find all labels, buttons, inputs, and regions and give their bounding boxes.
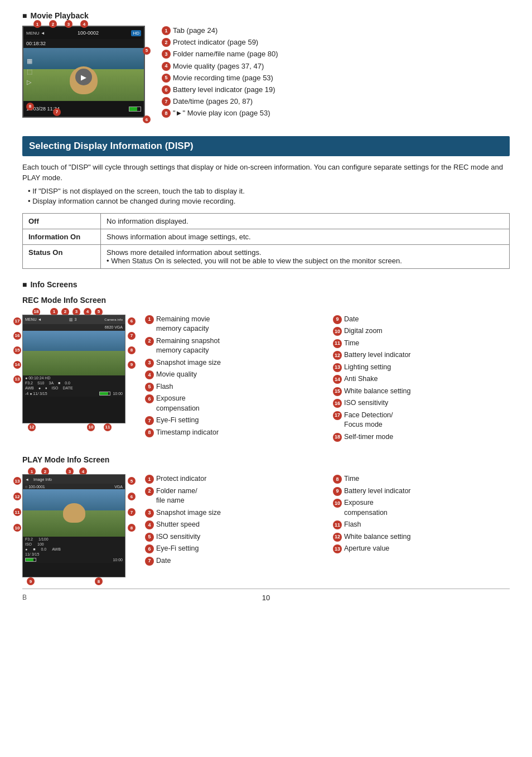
rec-legend-8: 8 Timestamp indicator [145, 428, 322, 438]
legend-item-1: 1 Tab (page 24) [162, 26, 278, 36]
rec-legend-15: 15 White balance setting [333, 387, 510, 397]
play-legend: 1 Protect indicator 2 Folder name/file n… [145, 474, 510, 568]
play-legend-3: 3 Snapshot image size [145, 508, 322, 518]
rec-legend-col2: 9 Date 10 Digital zoom 11 Time 12 Batter… [333, 315, 510, 445]
badge-1: 1 [33, 20, 41, 28]
footer-b-label: B [22, 594, 27, 601]
play-legend-10: 10 Exposurecompensation [333, 498, 510, 518]
badge-5: 5 [143, 47, 151, 55]
play-num-6: 6 [128, 493, 136, 500]
rec-legend-14: 14 Anti Shake [333, 374, 510, 384]
page-number: 10 [262, 594, 270, 602]
movie-playback-heading: Movie Playback [22, 11, 510, 20]
rec-num-16: 16 [13, 332, 21, 340]
table-label-off: Off [23, 213, 101, 229]
rec-legend-12: 12 Battery level indicator [333, 350, 510, 360]
legend-item-8: 8 "►" Movie play icon (page 53) [162, 108, 278, 118]
play-num-5: 5 [128, 477, 136, 485]
rec-mode-heading: REC Mode Info Screen [22, 296, 510, 305]
table-desc-info-on: Shows information about image settings, … [101, 229, 510, 244]
play-legend-col2: 8 Time 9 Battery level indicator 10 Expo… [333, 474, 510, 568]
rec-num-17: 17 [13, 317, 21, 325]
rec-mode-layout: 18 1 2 3 4 5 6 7 8 9 17 16 15 14 13 [22, 309, 510, 445]
play-num-12: 12 [13, 493, 21, 500]
rec-legend: 1 Remaining moviememory capacity 2 Remai… [145, 315, 510, 445]
rec-num-7: 7 [128, 332, 136, 340]
table-label-status-on: Status On [23, 244, 101, 268]
rec-legend-6: 6 Exposurecompensation [145, 394, 322, 413]
movie-screen-display: MENU ◄ 100-0002 HD 00:18:32 ▦ ⬚ ▷ [22, 26, 145, 118]
badge-6: 6 [143, 115, 151, 123]
play-legend-2: 2 Folder name/file name [145, 486, 322, 506]
play-legend-13: 13 Aperture value [333, 544, 510, 554]
badge-3: 3 [65, 20, 72, 28]
play-num-13: 13 [13, 477, 21, 485]
play-screen-container: 1 2 3 4 5 6 7 8 13 12 11 10 9 [22, 474, 125, 577]
rec-num-6: 6 [128, 317, 136, 325]
play-mode-screen: ◄ Image Info ○ 100-0001 VGA F3.2 1/100 [22, 474, 125, 577]
info-screens-heading: Info Screens [22, 280, 510, 289]
table-desc-off: No information displayed. [101, 213, 510, 229]
table-label-info-on: Information On [23, 229, 101, 244]
rec-num-10: 10 [87, 423, 95, 431]
page-footer: B 10 [22, 589, 510, 602]
rec-screen-container: 18 1 2 3 4 5 6 7 8 9 17 16 15 14 13 [22, 315, 125, 423]
rec-num-15: 15 [13, 346, 21, 354]
badge-7: 7 [53, 108, 61, 116]
disp-table: Off No information displayed. Informatio… [22, 213, 510, 269]
legend-item-5: 5 Movie recording time (page 53) [162, 73, 278, 83]
play-legend-11: 11 Flash [333, 520, 510, 530]
play-mode-layout: 1 2 3 4 5 6 7 8 13 12 11 10 9 [22, 469, 510, 577]
legend-item-6: 6 Battery level indicator (page 19) [162, 85, 278, 95]
play-legend-7: 7 Date [145, 556, 322, 566]
play-num-9b: 9 [27, 577, 35, 585]
rec-legend-10: 10 Digital zoom [333, 326, 510, 336]
movie-playback-screen: 1 2 3 4 5 8 7 6 MENU ◄ 100-0002 [22, 26, 145, 118]
table-row-off: Off No information displayed. [23, 213, 510, 229]
play-legend-6: 6 Eye-Fi setting [145, 544, 322, 554]
rec-legend-col1: 1 Remaining moviememory capacity 2 Remai… [145, 315, 322, 445]
play-num-10: 10 [13, 524, 21, 532]
rec-num-11: 11 [104, 423, 112, 431]
rec-legend-2: 2 Remaining snapshotmemory capacity [145, 336, 322, 356]
rec-num-14: 14 [13, 361, 21, 369]
rec-legend-7: 7 Eye-Fi setting [145, 416, 322, 426]
play-mode-heading: PLAY Mode Info Screen [22, 455, 510, 464]
rec-legend-1: 1 Remaining moviememory capacity [145, 315, 322, 334]
play-num-11: 11 [13, 508, 21, 516]
play-legend-9: 9 Battery level indicator [333, 486, 510, 496]
rec-legend-3: 3 Snapshot image size [145, 358, 322, 368]
disp-intro: Each touch of "DISP" will cycle through … [22, 162, 510, 184]
legend-item-3: 3 Folder name/file name (page 80) [162, 49, 278, 59]
badge-8: 8 [26, 103, 34, 110]
play-legend-8: 8 Time [333, 474, 510, 484]
play-num-7: 7 [128, 508, 136, 516]
play-legend-col1: 1 Protect indicator 2 Folder name/file n… [145, 474, 322, 568]
disp-bullet-2: Display information cannot be changed du… [28, 197, 510, 205]
rec-legend-11: 11 Time [333, 339, 510, 349]
rec-num-8: 8 [128, 346, 136, 354]
rec-legend-16: 16 ISO sensitivity [333, 398, 510, 408]
legend-item-4: 4 Movie quality (pages 37, 47) [162, 61, 278, 71]
info-screens-section: Info Screens REC Mode Info Screen 18 1 2… [22, 280, 510, 578]
play-legend-5: 5 ISO sensitivity [145, 532, 322, 542]
disp-bullets: If "DISP" is not displayed on the screen… [22, 187, 510, 205]
disp-bullet-1: If "DISP" is not displayed on the screen… [28, 187, 510, 195]
disp-title: Selecting Display Information (DISP) [29, 141, 194, 151]
table-desc-status-on: Shows more detailed information about se… [101, 244, 510, 268]
rec-mode-screen: MENU ◄ ▥ 3 Camera info 6620 VGA ● 00:10:… [22, 315, 125, 423]
rec-legend-9: 9 Date [333, 315, 510, 325]
play-legend-12: 12 White balance setting [333, 532, 510, 542]
play-num-8: 8 [128, 524, 136, 532]
legend-item-2: 2 Protect indicator (page 59) [162, 37, 278, 47]
movie-playback-section: 1 2 3 4 5 8 7 6 MENU ◄ 100-0002 [22, 26, 510, 120]
movie-playback-legend: 1 Tab (page 24) 2 Protect indicator (pag… [162, 26, 278, 120]
table-row-info-on: Information On Shows information about i… [23, 229, 510, 244]
rec-legend-5: 5 Flash [145, 382, 322, 392]
badge-4: 4 [80, 20, 88, 28]
legend-item-7: 7 Date/time (pages 20, 87) [162, 97, 278, 107]
rec-legend-17: 17 Face Detection/Focus mode [333, 411, 510, 430]
disp-heading-box: Selecting Display Information (DISP) [22, 136, 510, 156]
rec-num-13: 13 [13, 375, 21, 383]
play-num-8b: 8 [95, 577, 103, 585]
